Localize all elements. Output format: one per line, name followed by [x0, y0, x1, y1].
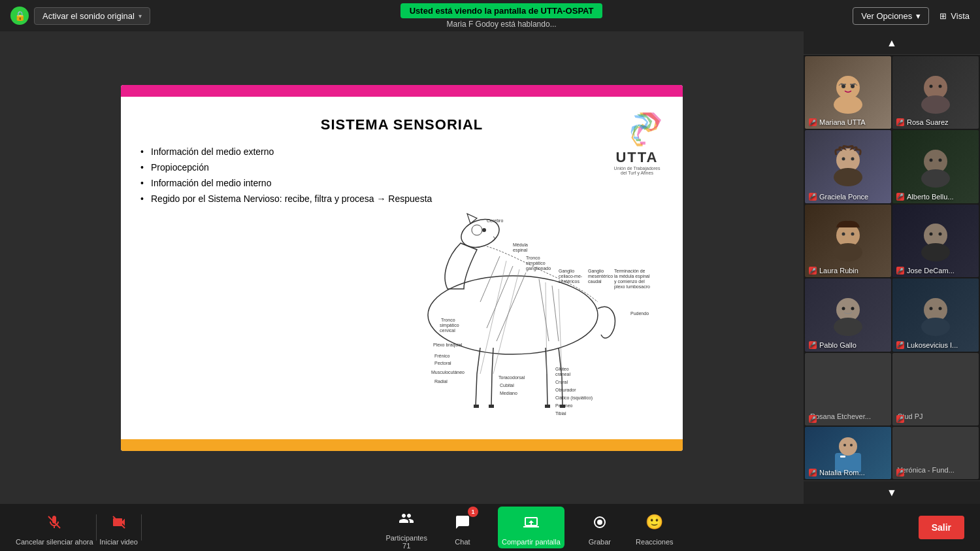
participant-name-alberto: 🎤 Alberto Bellu... — [896, 193, 954, 201]
svg-point-58 — [841, 84, 845, 88]
svg-point-62 — [930, 84, 933, 88]
svg-rect-8 — [489, 405, 494, 408]
participant-tile-rosa: 🎤 Rosa Suarez — [892, 56, 979, 129]
svg-text:Tronco: Tronco — [526, 256, 540, 260]
scroll-down-button[interactable]: ▼ — [804, 480, 980, 504]
svg-point-59 — [851, 84, 855, 88]
divider — [96, 514, 97, 541]
mute-label: Cancelar silenciar ahora — [16, 538, 93, 546]
participant-name-rosana-bottom: 🎤 — [809, 415, 817, 423]
svg-point-87 — [939, 307, 942, 310]
svg-point-81 — [834, 318, 862, 336]
security-shield-icon: 🔒 — [10, 7, 29, 25]
mic-muted-icon: 🎤 — [809, 193, 817, 201]
mic-muted-icon: 🎤 — [896, 341, 904, 349]
svg-text:espinal: espinal — [513, 248, 528, 253]
svg-text:Ganglio: Ganglio — [588, 269, 604, 274]
chevron-down-icon: ▾ — [916, 11, 921, 21]
activate-sound-button[interactable]: Activar el sonido original ▾ — [34, 7, 150, 25]
svg-point-61 — [921, 95, 950, 114]
toolbar-left: Cancelar silenciar ahora Iniciar video — [16, 509, 142, 546]
svg-line-18 — [493, 269, 519, 374]
mic-muted-icon: 🎤 — [809, 415, 817, 423]
svg-text:Pectoral: Pectoral — [434, 361, 451, 365]
svg-text:Crural: Crural — [555, 380, 568, 384]
ver-opciones-label: Ver Opciones — [861, 11, 912, 21]
participant-name-jose: 🎤 Jose DeCam... — [896, 267, 955, 275]
participant-tile-studpj: Stud PJ 🎤 — [892, 353, 979, 426]
svg-point-71 — [939, 159, 942, 162]
scroll-up-button[interactable]: ▲ — [804, 31, 980, 55]
svg-text:plexo lumbosacro: plexo lumbosacro — [614, 284, 650, 290]
exit-button[interactable]: Salir — [919, 516, 964, 539]
share-screen-button[interactable]: Compartir pantalla — [498, 507, 564, 548]
chevron-down-icon: ▼ — [887, 487, 897, 499]
svg-text:y comienzo del: y comienzo del — [614, 279, 645, 284]
svg-point-74 — [842, 233, 845, 236]
svg-text:cervical: cervical — [440, 328, 455, 333]
svg-point-78 — [930, 233, 933, 236]
participants-button[interactable]: Participantes 71 — [385, 505, 427, 550]
slide-container: UTTA Unión de Trabajadores del Turf y Af… — [121, 85, 683, 451]
screen-share-banner: Usted está viendo la pantalla de UTTA-OS… — [400, 3, 603, 18]
svg-point-11 — [472, 225, 482, 235]
svg-point-89 — [839, 437, 857, 456]
svg-point-6 — [482, 228, 486, 232]
participant-tile-veronica: Verónica - Fund... 🎤 — [892, 427, 979, 479]
svg-text:ganglionado: ganglionado — [526, 266, 551, 271]
svg-point-96 — [597, 520, 602, 525]
svg-rect-9 — [545, 405, 550, 408]
svg-line-14 — [497, 273, 526, 341]
svg-rect-7 — [474, 405, 479, 408]
svg-line-13 — [487, 266, 513, 328]
mute-button[interactable]: Cancelar silenciar ahora — [16, 509, 93, 546]
reactions-label: Reacciones — [636, 538, 673, 546]
participants-grid: 🎤 Mariana UTTA 🎤 Rosa Suarez — [804, 55, 980, 480]
svg-point-73 — [834, 243, 862, 261]
participant-tile-mariana: 🎤 Mariana UTTA — [805, 56, 891, 129]
svg-text:Ciático (isquiático): Ciático (isquiático) — [555, 395, 593, 401]
video-button[interactable]: Iniciar video — [99, 509, 139, 546]
svg-text:Frénico: Frénico — [434, 354, 449, 358]
grid-icon: ⊞ — [939, 11, 947, 21]
ver-opciones-button[interactable]: Ver Opciones ▾ — [853, 7, 929, 25]
video-label: Iniciar video — [99, 538, 138, 546]
mic-muted-icon: 🎤 — [809, 341, 817, 349]
svg-text:Tronco: Tronco — [441, 318, 455, 322]
main-content: UTTA Unión de Trabajadores del Turf y Af… — [0, 31, 804, 504]
mic-muted-icon: 🎤 — [896, 267, 904, 275]
svg-point-70 — [930, 159, 933, 162]
activate-sound-label: Activar el sonido original — [42, 11, 135, 21]
chat-button[interactable]: 1 Chat — [443, 509, 482, 546]
toolbar-center: Participantes 71 1 Chat Compartir pan — [385, 505, 674, 550]
svg-line-15 — [539, 279, 549, 341]
bullet-1: Información del medio externo — [140, 146, 663, 157]
participant-name-graciela: 🎤 Graciela Ponce — [809, 193, 868, 201]
chat-badge: 1 — [468, 507, 478, 517]
top-bar-left: 🔒 Activar el sonido original ▾ — [10, 7, 150, 25]
svg-point-79 — [939, 233, 942, 236]
participant-tile-rosana: Rosana Etchever... 🎤 — [805, 353, 891, 426]
svg-text:Tibial: Tibial — [555, 411, 566, 416]
participants-count: 71 — [402, 542, 410, 550]
name-only-rosana: Rosana Etchever... — [805, 353, 891, 426]
reactions-button[interactable]: 🙂 Reacciones — [635, 509, 674, 546]
participant-name-pablo: 🎤 Pablo Gallo — [809, 341, 857, 349]
svg-text:Ganglio: Ganglio — [559, 269, 574, 274]
svg-point-86 — [930, 307, 933, 310]
svg-text:Médula: Médula — [513, 242, 528, 247]
svg-text:Pudendo: Pudendo — [630, 311, 649, 316]
horse-nervous-system-svg: Cerebro Médula espinal Tronco simpático … — [356, 171, 670, 420]
record-button[interactable]: Grabar — [580, 509, 619, 546]
svg-text:Cerebro: Cerebro — [487, 218, 503, 223]
svg-text:sentéricos: sentéricos — [559, 279, 580, 284]
mic-muted-icon: 🎤 — [896, 415, 904, 423]
svg-text:Obturador: Obturador — [555, 388, 576, 392]
svg-line-12 — [480, 256, 500, 302]
svg-line-16 — [552, 286, 559, 341]
svg-point-77 — [921, 243, 950, 261]
vista-button[interactable]: ⊞ Vista — [939, 11, 970, 21]
vista-label: Vista — [951, 11, 970, 21]
participant-tile-laura: 🎤 Laura Rubin — [805, 205, 891, 277]
horse-diagram: Cerebro Médula espinal Tronco simpático … — [356, 171, 670, 420]
